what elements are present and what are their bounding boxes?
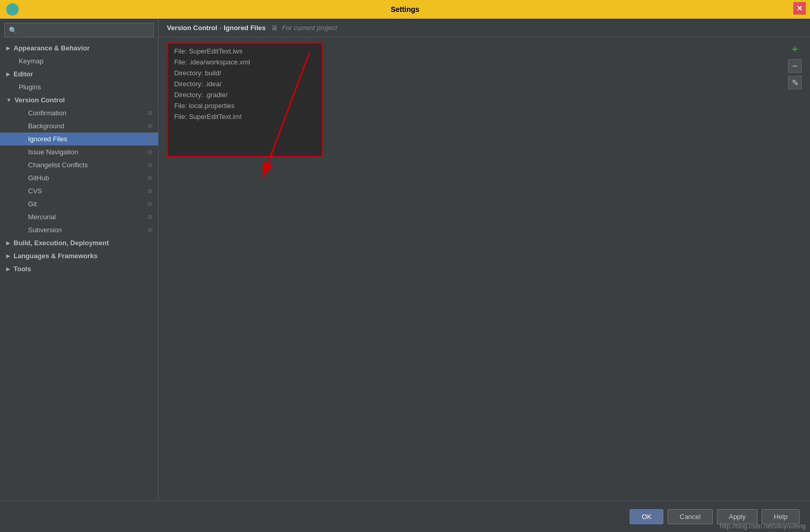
sidebar-item-label: CVS: [28, 187, 42, 195]
settings-icon: ⚙: [147, 175, 153, 182]
sidebar-item-git[interactable]: Git⚙: [0, 197, 158, 210]
breadcrumb-suffix: For current project: [282, 24, 337, 32]
sidebar-item-label: Build, Execution, Deployment: [14, 239, 109, 247]
settings-icon: ⚙: [147, 201, 153, 208]
main-container: 🔍 ▶Appearance & BehaviorKeymap▶EditorPlu…: [0, 19, 810, 501]
search-input[interactable]: [19, 26, 149, 34]
arrow-icon: ▶: [6, 71, 10, 77]
sidebar-item-label: Confirmation: [28, 109, 67, 117]
sidebar-item-label: Keymap: [19, 57, 44, 65]
sidebar-item-label: Background: [28, 122, 64, 130]
list-item[interactable]: File: SuperEditText.iml: [168, 111, 322, 122]
sidebar-item-label: Languages & Frameworks: [14, 252, 98, 260]
arrow-icon: ▶: [6, 240, 10, 246]
arrow-icon: ▶: [6, 45, 10, 51]
arrow-icon: ▶: [6, 253, 10, 259]
add-button[interactable]: +: [788, 43, 802, 56]
sidebar-item-keymap[interactable]: Keymap: [0, 55, 158, 68]
sidebar-item-ignored-files[interactable]: Ignored Files⚙: [0, 132, 158, 145]
sidebar-item-label: Ignored Files: [28, 135, 67, 143]
sidebar-item-label: Subversion: [28, 226, 62, 234]
sidebar: 🔍 ▶Appearance & BehaviorKeymap▶EditorPlu…: [0, 19, 159, 501]
sidebar-item-issue-navigation[interactable]: Issue Navigation⚙: [0, 145, 158, 158]
sidebar-item-confirmation[interactable]: Confirmation⚙: [0, 107, 158, 119]
breadcrumb-separator: ›: [219, 24, 221, 32]
sidebar-item-label: Editor: [14, 70, 33, 78]
sidebar-item-label: Mercurial: [28, 213, 56, 221]
settings-icon: ⚙: [147, 227, 153, 234]
sidebar-item-build[interactable]: ▶Build, Execution, Deployment: [0, 236, 158, 249]
sidebar-item-editor[interactable]: ▶Editor: [0, 68, 158, 81]
breadcrumb-part1: Version Control: [167, 24, 217, 32]
nav-items-container: ▶Appearance & BehaviorKeymap▶EditorPlugi…: [0, 42, 158, 275]
sidebar-item-appearance[interactable]: ▶Appearance & Behavior: [0, 42, 158, 55]
arrow-icon: ▼: [6, 97, 11, 103]
ignored-files-panel: File: SuperEditText.iwsFile: .idea/works…: [159, 37, 810, 501]
list-item[interactable]: Directory: build/: [168, 68, 322, 78]
list-item[interactable]: File: .idea/workspace.xml: [168, 57, 322, 68]
list-item[interactable]: Directory: .idea/: [168, 78, 322, 89]
sidebar-item-cvs[interactable]: CVS⚙: [0, 184, 158, 197]
side-actions: + − ✎: [323, 43, 331, 496]
settings-icon: ⚙: [147, 162, 153, 169]
close-button[interactable]: ✕: [793, 2, 806, 15]
file-list-items: File: SuperEditText.iwsFile: .idea/works…: [168, 46, 322, 122]
sidebar-item-label: Plugins: [19, 83, 41, 91]
ok-button[interactable]: OK: [630, 509, 663, 524]
sidebar-item-plugins[interactable]: Plugins: [0, 81, 158, 94]
sidebar-item-label: Appearance & Behavior: [14, 44, 90, 52]
sidebar-item-label: Git: [28, 200, 37, 208]
content-area: Version Control › Ignored Files 🖥 For cu…: [159, 19, 810, 501]
remove-button[interactable]: −: [788, 59, 802, 73]
window-title: Settings: [390, 5, 419, 14]
sidebar-item-label: Issue Navigation: [28, 148, 78, 156]
sidebar-item-languages[interactable]: ▶Languages & Frameworks: [0, 249, 158, 262]
breadcrumb: Version Control › Ignored Files 🖥 For cu…: [159, 19, 810, 37]
sidebar-item-github[interactable]: GitHub⚙: [0, 171, 158, 184]
list-item[interactable]: File: SuperEditText.iws: [168, 46, 322, 57]
sidebar-item-label: Changelist Conflicts: [28, 161, 88, 169]
sidebar-item-version-control[interactable]: ▼Version Control: [0, 94, 158, 107]
search-icon: 🔍: [9, 26, 17, 34]
sidebar-item-subversion[interactable]: Subversion⚙: [0, 223, 158, 236]
breadcrumb-part2: Ignored Files: [224, 24, 266, 32]
title-bar: Settings ✕: [0, 0, 810, 19]
edit-button[interactable]: ✎: [788, 76, 802, 89]
sidebar-item-changelist-conflicts[interactable]: Changelist Conflicts⚙: [0, 158, 158, 171]
sidebar-item-background[interactable]: Background⚙: [0, 119, 158, 132]
watermark: http://blog.csdn.net/viluyoufeng: [716, 521, 810, 532]
search-box[interactable]: 🔍: [4, 23, 154, 37]
settings-icon: ⚙: [147, 214, 153, 221]
sidebar-item-tools[interactable]: ▶Tools: [0, 262, 158, 275]
settings-icon: ⚙: [147, 136, 153, 143]
settings-icon: ⚙: [147, 149, 153, 156]
sidebar-item-label: Tools: [14, 265, 31, 273]
arrow-icon: ▶: [6, 266, 10, 272]
cancel-button[interactable]: Cancel: [668, 509, 712, 524]
list-item[interactable]: Directory: .gradle/: [168, 89, 322, 100]
sidebar-item-label: Version Control: [15, 96, 65, 104]
list-item[interactable]: File: local.properties: [168, 100, 322, 111]
sidebar-item-label: GitHub: [28, 174, 49, 182]
app-logo: [6, 3, 19, 16]
settings-icon: ⚙: [147, 110, 153, 117]
settings-icon: ⚙: [147, 123, 153, 130]
file-list-container: File: SuperEditText.iwsFile: .idea/works…: [167, 43, 323, 157]
settings-icon: ⚙: [147, 188, 153, 195]
breadcrumb-icon: 🖥: [271, 24, 278, 32]
bottom-bar: OK Cancel Apply Help http://blog.csdn.ne…: [0, 501, 810, 532]
sidebar-item-mercurial[interactable]: Mercurial⚙: [0, 210, 158, 223]
